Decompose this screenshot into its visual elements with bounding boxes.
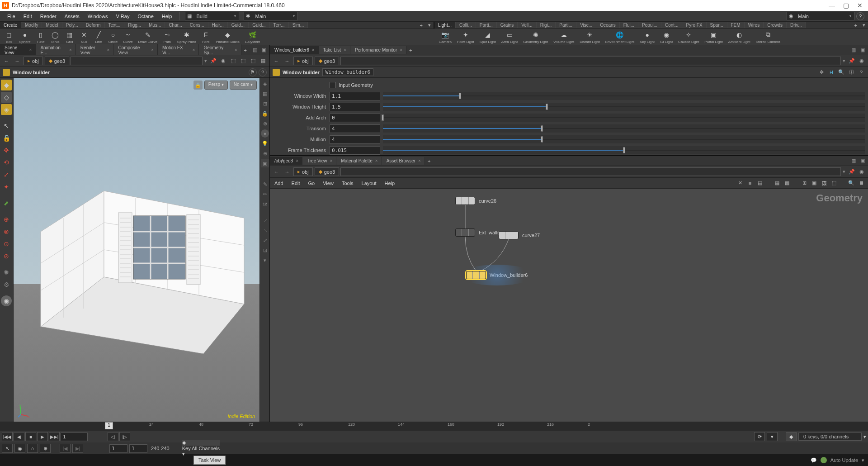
bb-prev-key[interactable]: |◀ bbox=[60, 444, 71, 453]
pane-tab[interactable]: Material Palette× bbox=[336, 157, 382, 165]
disp-c-icon[interactable]: ⤢ bbox=[261, 236, 269, 244]
shelf-tool-camera[interactable]: 📷Camera bbox=[436, 29, 454, 45]
range-end2-field[interactable]: 240 bbox=[161, 446, 169, 451]
shelf-tool-circle[interactable]: ○Circle bbox=[106, 29, 120, 45]
close-icon[interactable]: × bbox=[107, 48, 110, 52]
node-ext_walls[interactable]: Ext_walls bbox=[455, 228, 500, 237]
shelf-tab[interactable]: Visc... bbox=[576, 22, 596, 28]
net-view1-icon[interactable]: ⊞ bbox=[800, 179, 808, 187]
range-start-field[interactable]: 1 bbox=[109, 444, 127, 453]
net-menu-help[interactable]: Help bbox=[383, 180, 397, 187]
pane-max-icon[interactable]: ▣ bbox=[260, 47, 268, 54]
close-icon[interactable]: × bbox=[193, 48, 195, 52]
snap2-icon[interactable]: ⊗ bbox=[1, 226, 12, 237]
audio-toggle[interactable]: ▾ bbox=[767, 432, 778, 441]
shelf-add-right[interactable]: + bbox=[852, 23, 860, 28]
pane-add-tab[interactable]: + bbox=[241, 48, 250, 53]
sel-edge-icon[interactable]: ◈ bbox=[1, 104, 12, 115]
disp-4-icon[interactable]: 🔒 bbox=[261, 109, 269, 118]
pose-tool-icon[interactable]: ✦ bbox=[1, 181, 12, 192]
hda-icon[interactable]: H bbox=[827, 68, 835, 76]
net-view2-icon[interactable]: ▣ bbox=[810, 179, 818, 187]
link-icon[interactable]: ◉ bbox=[219, 57, 228, 66]
shelf-tool-ambient-light[interactable]: ◐Ambient Light bbox=[726, 29, 753, 45]
nav-back-icon[interactable]: ← bbox=[2, 57, 11, 66]
net-tool1-icon[interactable]: ✕ bbox=[736, 179, 744, 187]
sel-prim-icon[interactable]: ◆ bbox=[1, 80, 12, 90]
pane-tab[interactable]: Take List× bbox=[319, 46, 350, 54]
shelf-tab[interactable]: Light... bbox=[434, 22, 456, 28]
shelf-tab[interactable]: Pyro FX bbox=[682, 22, 706, 28]
param-value-field[interactable] bbox=[330, 135, 380, 144]
maximize-button[interactable]: ▢ bbox=[843, 2, 849, 9]
minimize-button[interactable]: — bbox=[829, 2, 835, 9]
shelf-tab[interactable]: Popul... bbox=[638, 22, 661, 28]
vp-lock-icon[interactable]: 🔒 bbox=[193, 81, 203, 90]
menu-render[interactable]: Render bbox=[37, 12, 60, 20]
shelf-tool-draw-curve[interactable]: ✎Draw Curve bbox=[136, 29, 160, 45]
shelf-tab[interactable]: FEM bbox=[727, 22, 745, 28]
pane-tab[interactable]: Asset Browser× bbox=[382, 157, 425, 165]
shelf-tab[interactable]: Guid... bbox=[228, 22, 249, 28]
shelf-tab[interactable]: Sim... bbox=[289, 22, 308, 28]
net-tool3-icon[interactable]: ▤ bbox=[756, 179, 764, 187]
shelf-drop-right[interactable]: ▾ bbox=[860, 22, 868, 28]
net-opts-icon[interactable]: ≣ bbox=[857, 179, 865, 187]
shelf-tab[interactable]: Grains bbox=[497, 22, 518, 28]
net-grid2-icon[interactable]: ▩ bbox=[783, 179, 791, 187]
menu-file[interactable]: File bbox=[4, 12, 19, 20]
param-value-field[interactable] bbox=[330, 124, 380, 133]
select-tool-icon[interactable]: ↖ bbox=[1, 120, 12, 131]
info-icon[interactable]: ⓘ bbox=[847, 68, 855, 76]
shelf-tool-area-light[interactable]: ▭Area Light bbox=[499, 29, 520, 45]
net-nav-back[interactable]: ← bbox=[272, 167, 281, 176]
shelf-tab[interactable]: Cons... bbox=[186, 22, 208, 28]
close-icon[interactable]: × bbox=[29, 48, 32, 52]
shelf-tab[interactable]: Crowds bbox=[764, 22, 787, 28]
key-all-channels[interactable]: Key All Channels bbox=[182, 446, 220, 451]
pane-tab[interactable]: /obj/geo3× bbox=[270, 157, 302, 165]
range-end-field[interactable]: 240 bbox=[151, 446, 159, 451]
shelf-tool-sky-light[interactable]: ●Sky Light bbox=[637, 29, 657, 45]
nav-fwd-icon[interactable]: → bbox=[13, 57, 22, 66]
param-slider[interactable] bbox=[383, 124, 865, 133]
shelf-tab[interactable]: Spar... bbox=[707, 22, 727, 28]
pane-tab[interactable]: Motion FX Vi...× bbox=[158, 44, 199, 57]
param-help-icon[interactable]: ? bbox=[857, 68, 865, 76]
step-fwd-button[interactable]: |▷ bbox=[119, 432, 130, 441]
shelf-tab[interactable]: Driv... bbox=[787, 22, 806, 28]
sel-point-icon[interactable]: ◇ bbox=[1, 92, 12, 103]
disp-8-icon[interactable]: ⊕ bbox=[261, 149, 269, 157]
search-icon[interactable]: 🔍 bbox=[837, 68, 845, 76]
pane-tab[interactable]: Render View× bbox=[76, 44, 114, 57]
shelf-drop-left[interactable]: ▾ bbox=[425, 22, 434, 28]
shelf-tab[interactable]: Deform bbox=[82, 22, 105, 28]
menu-vray[interactable]: V-Ray bbox=[112, 12, 133, 20]
time-ruler[interactable]: 1 24 48 72 96 120 144 168 192 216 2 bbox=[0, 422, 868, 431]
net-link-icon[interactable]: ◉ bbox=[857, 167, 866, 176]
node-curve26[interactable]: curve26 bbox=[455, 197, 496, 205]
shelf-tool-line[interactable]: ╱Line bbox=[91, 29, 106, 45]
task-view-button[interactable]: Task View bbox=[193, 456, 226, 465]
close-icon[interactable]: × bbox=[330, 158, 332, 163]
net-grid1-icon[interactable]: ▦ bbox=[773, 179, 781, 187]
close-icon[interactable]: × bbox=[151, 48, 154, 52]
shelf-tab[interactable]: Flui... bbox=[620, 22, 638, 28]
shelf-tool-font[interactable]: FFont bbox=[198, 29, 213, 45]
inspect-icon[interactable]: ◉ bbox=[1, 295, 12, 306]
shelf-tool-spray-paint[interactable]: ✱Spray Paint bbox=[175, 29, 198, 45]
keys-drop-icon[interactable]: ▾ bbox=[863, 434, 866, 440]
net-menu-add[interactable]: Add bbox=[273, 180, 285, 187]
pane-tab[interactable]: Window_builder6× bbox=[270, 46, 319, 54]
shelf-tool-stereo-camera[interactable]: ⧉Stereo Camera bbox=[753, 29, 783, 45]
move-tool-icon[interactable]: ✥ bbox=[1, 145, 12, 156]
auto-update-drop[interactable]: ▾ bbox=[862, 457, 864, 463]
close-button[interactable]: ✕ bbox=[857, 2, 863, 9]
param-add-tab[interactable]: + bbox=[406, 48, 415, 53]
vp-persp-dropdown[interactable]: Persp ▾ bbox=[204, 81, 228, 90]
shelf-tool-gi-light[interactable]: ◉GI Light bbox=[657, 29, 675, 45]
close-icon[interactable]: × bbox=[418, 158, 421, 163]
shelf-tab[interactable]: Guid... bbox=[249, 22, 269, 28]
shelf-tool-curve[interactable]: ～Curve bbox=[120, 29, 135, 45]
disp-7-icon[interactable]: 💡 bbox=[261, 139, 269, 147]
